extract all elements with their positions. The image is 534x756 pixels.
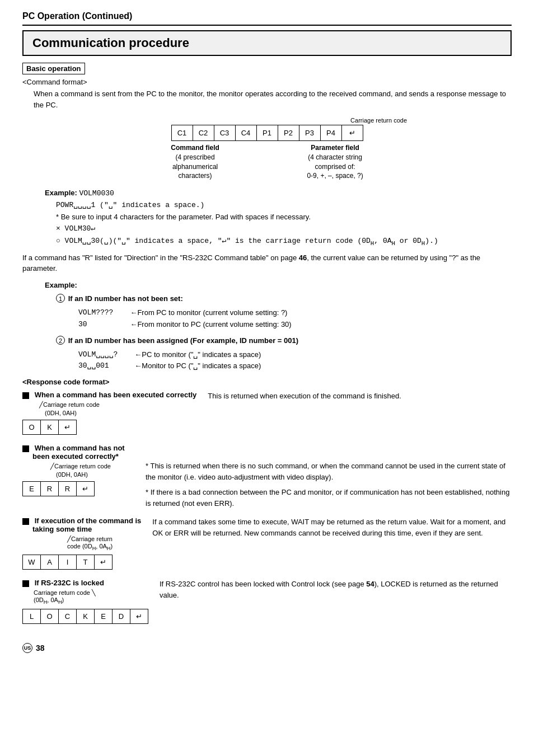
wait-cell-a: A [41,555,59,570]
locked-cell-o: O [41,609,59,623]
wait-section: If execution of the command is taking so… [22,516,512,570]
ok-table: O K ↵ [22,420,77,435]
err-table-wrapper: E R R ↵ [22,481,134,496]
ok-table-wrapper: O K ↵ [22,420,196,435]
err-cell-cr: ↵ [77,482,95,496]
page-number: 38 [36,644,45,652]
command-field-annotation: Command field (4 prescribed alphanumeric… [171,143,219,181]
err-carriage-label: ╱Carriage return code [50,463,134,470]
locked-bullet [22,580,29,587]
cell-c1: C1 [171,125,193,141]
ok-cell-o: O [23,420,41,435]
command-diagram: Carriage return code C1 C2 C3 C4 P1 P2 P… [127,117,407,181]
ok-carriage-code: (0DH, 0AH) [45,410,196,416]
cell-c3: C3 [214,125,235,141]
example1-list: Be sure to input 4 characters for the pa… [56,212,512,248]
ok-section: When a command has been executed correct… [22,391,512,435]
ok-left: When a command has been executed correct… [22,391,196,435]
cell-cr: ↵ [341,125,363,141]
basic-operation-label: Basic operation [22,63,85,74]
carriage-return-label: Carriage return code [350,117,407,124]
basic-operation-section: Basic operation <Command format> When a … [22,63,512,372]
locked-cell-d: D [113,609,130,623]
locked-cell-c: C [59,609,77,623]
example1-x: VOLM30↵ [56,223,512,234]
err-cell-e: E [23,482,41,496]
example2-block: Example: 1 If an ID number has not been … [45,280,512,373]
cell-p4: P4 [320,125,341,141]
response-code-section: <Response code format> When a command ha… [22,378,512,623]
wait-left: If execution of the command is taking so… [22,516,141,570]
cell-c4: C4 [235,125,256,141]
example1-star: Be sure to input 4 characters for the pa… [56,212,512,223]
err-cell-r2: R [59,482,77,496]
parameter-field-annotation: Parameter field (4 character string comp… [307,143,363,181]
example2-circle1: 1 If an ID number has not been set: VOLM… [56,293,512,330]
example2-table1: VOLM???? ←From PC to monitor (current vo… [78,307,292,331]
example2-circle2: 2 If an ID number has been assigned (For… [56,335,512,372]
err-left: When a command has not been executed cor… [22,444,134,496]
direction-text: If a command has "R" listed for "Directi… [22,252,512,274]
ok-carriage-label: ╱Carriage return code [39,401,196,408]
wait-cell-cr: ↵ [95,555,113,570]
locked-right: If RS-232C control has been locked with … [160,579,512,600]
command-format-heading: <Command format> [22,78,512,86]
ok-cell-cr: ↵ [59,420,77,435]
locked-cell-cr: ↵ [130,609,148,623]
locked-left: If RS-232C is locked Carriage return cod… [22,579,148,623]
wait-cell-i: I [59,555,77,570]
wait-carriage: ╱Carriage returncode (0DH, 0AH) [67,536,141,551]
wait-table: W A I T ↵ [22,555,113,570]
footer: US 38 [22,641,512,653]
locked-section: If RS-232C is locked Carriage return cod… [22,579,512,623]
locked-cell-k: K [77,609,95,623]
wait-right: If a command takes some time to execute,… [152,516,512,538]
locked-cell-e: E [95,609,113,623]
locked-carriage: Carriage return code ╲ (0DH, 0AH) [34,589,148,605]
wait-cell-w: W [23,555,41,570]
example1-powr: POWR␣␣␣␣1 ("␣" indicates a space.) [56,200,512,212]
err-carriage-code: (0DH, 0AH) [56,471,134,478]
err-bullet [22,445,29,452]
example1-label: Example: VOLM0030 [45,187,512,200]
err-right: * This is returned when there is no such… [146,461,512,509]
example2-label: Example: [45,280,512,292]
cell-p2: P2 [278,125,299,141]
page-header: PC Operation (Continued) [22,11,512,26]
example2-table2: VOLM␣␣␣␣? ←PC to monitor ("␣" indicates … [78,349,261,373]
ok-cell-k: K [41,420,59,435]
ok-bullet [22,392,29,399]
err-section: When a command has not been executed cor… [22,444,512,509]
cell-p1: P1 [256,125,278,141]
locked-table: L O C K E D ↵ [22,609,148,624]
us-badge: US [22,643,32,653]
section-title: Communication procedure [32,36,502,50]
locked-table-wrapper: L O C K E D ↵ [22,609,148,624]
response-heading: <Response code format> [22,378,512,386]
cell-p3: P3 [299,125,320,141]
cell-c2: C2 [193,125,214,141]
err-table: E R R ↵ [22,481,95,496]
wait-table-wrapper: W A I T ↵ [22,555,141,570]
ok-right: This is returned when execution of the c… [208,391,512,402]
wait-bullet [22,518,29,525]
example1-o: VOLM␣␣30(␣)("␣" indicates a space, "↵" i… [56,236,512,248]
section-box: Communication procedure [22,30,512,56]
wait-cell-t: T [77,555,95,570]
locked-cell-l: L [23,609,41,623]
err-cell-r1: R [41,482,59,496]
example1-block: Example: VOLM0030 POWR␣␣␣␣1 ("␣" indicat… [45,187,512,247]
intro-text: When a command is sent from the PC to th… [34,88,512,110]
command-table: C1 C2 C3 C4 P1 P2 P3 P4 ↵ [171,125,363,141]
